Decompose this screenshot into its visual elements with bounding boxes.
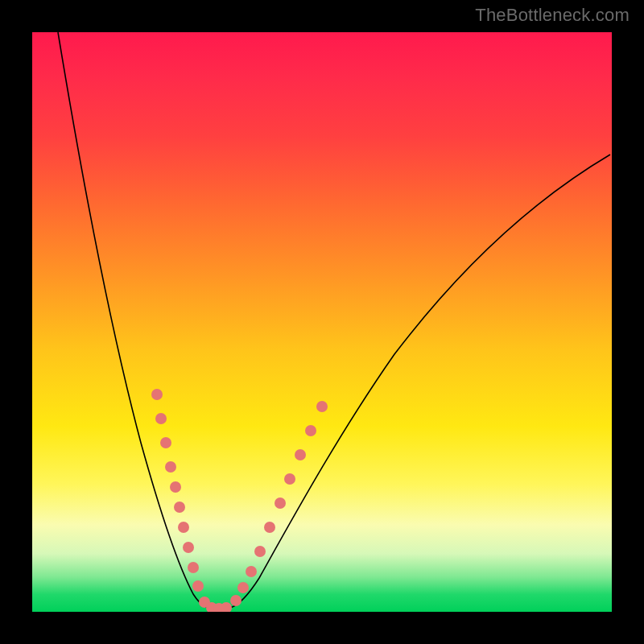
dot-right-7 bbox=[295, 449, 306, 460]
dot-left-4 bbox=[170, 481, 181, 493]
right-curve bbox=[219, 155, 610, 609]
dot-right-0 bbox=[230, 595, 242, 606]
dot-left-3 bbox=[165, 461, 176, 473]
dot-right-9 bbox=[316, 401, 328, 412]
dot-left-6 bbox=[178, 522, 189, 533]
dot-left-2 bbox=[160, 437, 171, 448]
watermark-text: TheBottleneck.com bbox=[475, 5, 630, 26]
dot-left-7 bbox=[183, 542, 194, 553]
dot-valley-2 bbox=[221, 602, 232, 612]
dot-right-3 bbox=[254, 546, 266, 557]
plot-area bbox=[32, 32, 612, 612]
dots-layer bbox=[151, 389, 328, 612]
chart-frame: TheBottleneck.com bbox=[0, 0, 644, 644]
dot-right-1 bbox=[237, 582, 249, 593]
dot-right-5 bbox=[275, 497, 286, 509]
dot-right-4 bbox=[264, 522, 275, 533]
dot-left-1 bbox=[155, 413, 167, 424]
dot-left-5 bbox=[174, 502, 185, 513]
dot-left-9 bbox=[192, 580, 204, 592]
dot-left-8 bbox=[188, 562, 199, 573]
dot-right-6 bbox=[284, 473, 295, 485]
dot-left-0 bbox=[151, 389, 163, 400]
dot-right-8 bbox=[305, 425, 316, 436]
curve-layer bbox=[32, 32, 612, 612]
dot-right-2 bbox=[246, 566, 257, 577]
left-curve bbox=[58, 32, 219, 609]
